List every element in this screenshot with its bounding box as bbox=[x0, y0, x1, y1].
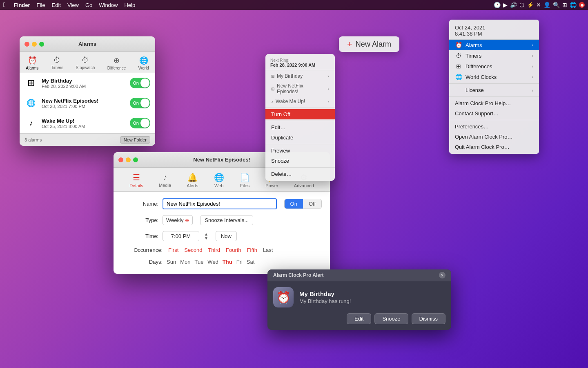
occ-second[interactable]: Second bbox=[183, 247, 204, 253]
alarm-toggle-netflix[interactable]: On bbox=[130, 98, 150, 108]
alarm-row-wakeup[interactable]: ♪ Wake Me Up! Oct 25, 2021 8:00 AM On bbox=[20, 113, 155, 133]
occ-fifth[interactable]: Fifth bbox=[245, 247, 259, 253]
day-tue[interactable]: Tue bbox=[194, 259, 203, 265]
new-alarm-header[interactable]: + New Alarm bbox=[339, 36, 399, 52]
volume-icon[interactable]: 🔊 bbox=[510, 2, 517, 8]
alarm-toggle-birthday[interactable]: On bbox=[130, 78, 150, 88]
menubar-edit[interactable]: Edit bbox=[49, 2, 64, 8]
days-row: Days: Sun Mon Tue Wed Thu Fri Sat bbox=[122, 259, 322, 265]
app-menu-support[interactable]: Contact Support… bbox=[449, 108, 539, 119]
menubar-window[interactable]: Window bbox=[96, 2, 121, 8]
search-icon[interactable]: 🔍 bbox=[553, 2, 560, 8]
type-value: Weekly bbox=[166, 217, 183, 223]
edit-tab-details[interactable]: ☰ Details bbox=[124, 172, 149, 189]
play-icon[interactable]: ▶ bbox=[503, 2, 508, 8]
occ-last[interactable]: Last bbox=[261, 247, 275, 253]
off-button[interactable]: Off bbox=[303, 199, 321, 209]
context-item-snooze[interactable]: Snooze bbox=[265, 156, 335, 166]
tab-world[interactable]: 🌐 World bbox=[134, 55, 153, 71]
occ-first[interactable]: First bbox=[167, 247, 180, 253]
tab-timers[interactable]: ⏱ Timers bbox=[47, 55, 67, 71]
time-down-button[interactable]: ▼ bbox=[204, 236, 208, 240]
edit-minimize-button[interactable] bbox=[126, 157, 131, 162]
context-menu: Next Ring: Feb 28, 2022 9:00 AM ⊞ My Bir… bbox=[265, 54, 335, 181]
context-item-duplicate[interactable]: Duplicate bbox=[265, 132, 335, 143]
bluetooth-icon[interactable]: ⬡ bbox=[519, 2, 524, 8]
time-input[interactable] bbox=[163, 231, 199, 241]
clock-icon[interactable]: 🕐 bbox=[494, 2, 501, 8]
edit-tab-files[interactable]: 📄 Files bbox=[234, 172, 256, 189]
day-thu[interactable]: Thu bbox=[223, 259, 232, 265]
control-center-icon[interactable]: ⊞ bbox=[562, 2, 567, 8]
context-item-delete[interactable]: Delete… bbox=[265, 169, 335, 179]
edit-tab-alerts[interactable]: 🔔 Alerts bbox=[181, 172, 204, 189]
on-button[interactable]: On bbox=[285, 199, 303, 209]
alarm-clock-status-icon[interactable]: ⏰ bbox=[579, 2, 585, 8]
snooze-intervals-button[interactable]: Snooze Intervals... bbox=[200, 215, 253, 225]
alert-snooze-button[interactable]: Snooze bbox=[374, 313, 408, 324]
app-menu-quit[interactable]: Quit Alarm Clock Pro… bbox=[449, 142, 539, 152]
alarm-toggle-wakeup[interactable]: On bbox=[130, 118, 150, 128]
context-item-wakeup[interactable]: ♪ Wake Me Up! › bbox=[265, 96, 335, 106]
time-up-button[interactable]: ▲ bbox=[204, 232, 208, 236]
context-item-netflix[interactable]: ⊞ New NetFlix Episodes! › bbox=[265, 81, 335, 96]
minimize-button[interactable] bbox=[32, 42, 37, 47]
world-tab-label: World bbox=[138, 66, 149, 70]
alert-edit-button[interactable]: Edit bbox=[347, 313, 371, 324]
day-wed[interactable]: Wed bbox=[207, 259, 218, 265]
tab-alarms[interactable]: ⏰ Alarms bbox=[22, 55, 42, 71]
menubar-file[interactable]: File bbox=[33, 2, 49, 8]
app-menu-license[interactable]: License › bbox=[449, 85, 539, 95]
app-menu-help[interactable]: Alarm Clock Pro Help… bbox=[449, 98, 539, 108]
alert-close-button[interactable]: × bbox=[439, 272, 445, 278]
app-menu-preferences[interactable]: Preferences… bbox=[449, 121, 539, 132]
close-button[interactable] bbox=[24, 42, 29, 47]
menubar-view[interactable]: View bbox=[64, 2, 82, 8]
new-folder-button[interactable]: New Folder bbox=[120, 136, 150, 144]
apple-menu[interactable]:  bbox=[3, 1, 6, 9]
occ-fourth[interactable]: Fourth bbox=[224, 247, 243, 253]
menubar-help[interactable]: Help bbox=[121, 2, 138, 8]
days-pills: Sun Mon Tue Wed Thu Fri Sat bbox=[167, 259, 254, 265]
edit-body: Name: On Off Type: Weekly ⊕ Snooze Inter… bbox=[114, 192, 330, 274]
app-menu: Oct 24, 2021 8:41:38 PM ⏰ Alarms › ⏱ Tim… bbox=[449, 20, 539, 154]
day-fri[interactable]: Fri bbox=[236, 259, 243, 265]
context-item-turnoff[interactable]: Turn Off bbox=[265, 109, 335, 119]
menubar-finder[interactable]: Finder bbox=[11, 2, 33, 8]
day-mon[interactable]: Mon bbox=[180, 259, 190, 265]
alarm-row-netflix[interactable]: 🌐 New NetFlix Episodes! Oct 28, 2021 7:0… bbox=[20, 93, 155, 113]
tab-stopwatch[interactable]: ⏱ Stopwatch bbox=[72, 55, 99, 71]
context-item-edit[interactable]: Edit… bbox=[265, 122, 335, 132]
maximize-button[interactable] bbox=[39, 42, 44, 47]
edit-tab-web[interactable]: 🌐 Web bbox=[208, 172, 230, 189]
context-item-preview[interactable]: Preview bbox=[265, 146, 335, 156]
user-icon[interactable]: 👤 bbox=[543, 2, 550, 8]
notification-icon[interactable]: 🌐 bbox=[570, 2, 577, 8]
alarm-row-birthday[interactable]: ⊞ My Birthday Feb 28, 2022 9:00 AM On bbox=[20, 73, 155, 93]
app-menu-alarms[interactable]: ⏰ Alarms › bbox=[449, 40, 539, 50]
battery-icon[interactable]: ⚡ bbox=[527, 2, 534, 8]
app-menu-sep-2 bbox=[449, 96, 539, 97]
menubar-go[interactable]: Go bbox=[82, 2, 96, 8]
app-menu-timers[interactable]: ⏱ Timers › bbox=[449, 50, 539, 61]
alert-dismiss-button[interactable]: Dismiss bbox=[412, 313, 446, 324]
alarm-alert-window: Alarm Clock Pro Alert × ⏰ My Birthday My… bbox=[267, 269, 451, 330]
name-input[interactable] bbox=[163, 198, 277, 209]
day-sun[interactable]: Sun bbox=[167, 259, 176, 265]
files-tab-icon: 📄 bbox=[240, 173, 250, 182]
edit-close-button[interactable] bbox=[118, 157, 123, 162]
duplicate-label: Duplicate bbox=[271, 135, 293, 141]
now-button[interactable]: Now bbox=[216, 231, 237, 241]
type-field-label: Type: bbox=[122, 217, 158, 223]
occ-third[interactable]: Third bbox=[206, 247, 222, 253]
edit-tab-media[interactable]: ♪ Media bbox=[153, 172, 177, 189]
edit-maximize-button[interactable] bbox=[133, 157, 138, 162]
app-menu-open[interactable]: Open Alarm Clock Pro… bbox=[449, 132, 539, 142]
tab-difference[interactable]: ⊕ Difference bbox=[103, 55, 130, 71]
alarms-titlebar: Alarms bbox=[20, 36, 155, 52]
day-sat[interactable]: Sat bbox=[247, 259, 255, 265]
type-select[interactable]: Weekly ⊕ bbox=[163, 215, 193, 225]
context-item-birthday[interactable]: ⊞ My Birthday › bbox=[265, 71, 335, 81]
app-menu-worldclocks[interactable]: 🌐 World Clocks › bbox=[449, 72, 539, 82]
app-menu-differences[interactable]: ⊞ Differences › bbox=[449, 61, 539, 72]
